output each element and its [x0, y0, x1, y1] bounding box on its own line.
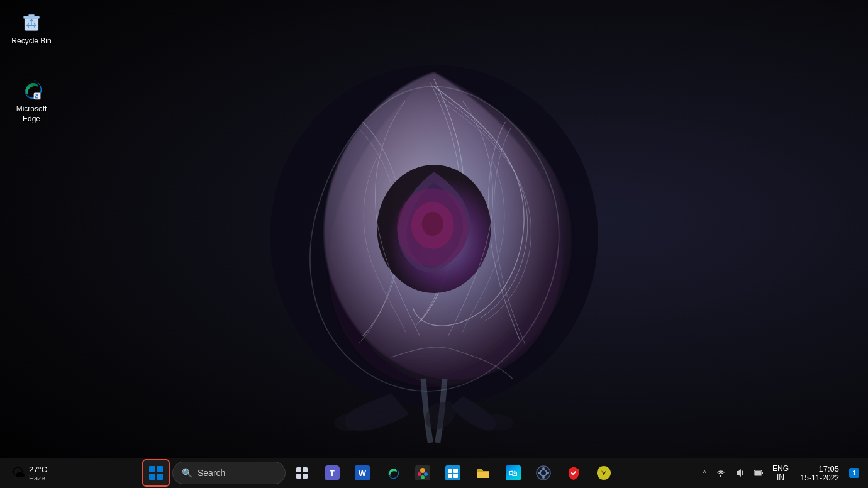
- battery-icon: [754, 468, 764, 478]
- desktop: Recycle Bin: [0, 0, 868, 488]
- microsoft-store-button[interactable]: 🛍: [499, 459, 527, 487]
- start-button[interactable]: [142, 459, 170, 487]
- gear-app-button[interactable]: [530, 459, 557, 487]
- edge-app-button[interactable]: [379, 459, 406, 487]
- windows-logo-icon: [149, 466, 163, 480]
- svg-point-1: [377, 165, 491, 293]
- tray-icon-battery[interactable]: [750, 464, 767, 482]
- weather-temperature: 27°C: [29, 465, 47, 474]
- paint-icon: [415, 465, 430, 480]
- task-view-icon: [295, 466, 309, 480]
- security-app-button[interactable]: [560, 459, 587, 487]
- svg-text:🛍: 🛍: [509, 468, 518, 478]
- mcafee-app-button[interactable]: [590, 459, 618, 487]
- svg-point-21: [420, 468, 425, 473]
- clock-widget[interactable]: 17:05 15-11-2022: [794, 463, 844, 484]
- chevron-up-icon: ^: [703, 470, 706, 477]
- svg-rect-27: [453, 469, 458, 473]
- weather-widget[interactable]: 🌤 27°C Haze: [5, 462, 62, 484]
- svg-rect-13: [303, 467, 308, 472]
- svg-rect-14: [296, 474, 301, 479]
- mcafee-icon: [596, 465, 611, 480]
- wallpaper: [0, 0, 868, 458]
- teams-app-button[interactable]: T: [318, 459, 346, 487]
- settings-app-button[interactable]: [439, 459, 467, 487]
- svg-text:1: 1: [852, 470, 856, 477]
- svg-point-0: [270, 65, 598, 407]
- svg-text:T: T: [330, 469, 335, 478]
- svg-rect-26: [448, 469, 452, 473]
- svg-point-36: [538, 472, 540, 474]
- tray-icon-network[interactable]: [712, 464, 730, 482]
- notification-icon: 1: [849, 468, 859, 478]
- microsoft-edge-image: [19, 77, 44, 102]
- language-top: ENG: [772, 464, 789, 473]
- teams-icon: T: [325, 465, 340, 480]
- svg-point-24: [421, 475, 425, 479]
- svg-rect-29: [453, 474, 458, 478]
- notification-button[interactable]: 1: [845, 464, 863, 482]
- file-explorer-icon: [476, 465, 491, 480]
- tray-icon-sound[interactable]: [731, 464, 748, 482]
- paint-app-button[interactable]: [409, 459, 437, 487]
- svg-rect-25: [445, 465, 460, 480]
- gear-app-icon: [536, 465, 551, 480]
- taskbar: 🌤 27°C Haze 🔍 Search: [0, 458, 868, 488]
- svg-point-37: [547, 472, 549, 474]
- edge-taskbar-icon: [385, 465, 400, 480]
- word-app-button[interactable]: W: [348, 459, 376, 487]
- network-icon: [716, 468, 726, 478]
- tray-expand-button[interactable]: ^: [698, 464, 711, 482]
- svg-point-4: [422, 212, 443, 236]
- word-icon: W: [355, 465, 370, 480]
- svg-rect-12: [296, 467, 301, 472]
- clock-time: 17:05: [818, 464, 839, 474]
- recycle-bin-label: Recycle Bin: [11, 36, 51, 47]
- svg-point-23: [424, 472, 428, 476]
- clock-date: 15-11-2022: [801, 474, 839, 482]
- svg-point-2: [397, 188, 468, 267]
- svg-rect-41: [755, 471, 761, 475]
- svg-text:W: W: [359, 469, 367, 478]
- system-tray: ^: [698, 463, 863, 484]
- microsoft-edge-icon[interactable]: Microsoft Edge: [6, 74, 57, 126]
- settings-icon: [445, 465, 460, 480]
- search-bar[interactable]: 🔍 Search: [172, 462, 286, 484]
- svg-point-35: [542, 476, 545, 479]
- sound-icon: [735, 468, 745, 478]
- task-view-button[interactable]: [288, 459, 316, 487]
- file-explorer-button[interactable]: [469, 459, 497, 487]
- security-icon: [566, 465, 581, 480]
- recycle-bin-image: [19, 9, 44, 34]
- language-bottom: IN: [777, 473, 784, 482]
- language-indicator[interactable]: ENG IN: [769, 463, 793, 483]
- store-icon: 🛍: [506, 465, 521, 480]
- microsoft-edge-label: Microsoft Edge: [9, 104, 54, 124]
- svg-point-22: [418, 472, 421, 476]
- taskbar-center: 🔍 Search T: [62, 459, 698, 487]
- weather-text: 27°C Haze: [29, 465, 47, 482]
- svg-rect-7: [29, 14, 35, 17]
- search-label: Search: [198, 468, 225, 478]
- svg-point-3: [411, 202, 454, 249]
- weather-icon: 🌤: [11, 465, 25, 481]
- svg-rect-28: [448, 474, 452, 478]
- recycle-bin-icon[interactable]: Recycle Bin: [6, 6, 57, 49]
- svg-rect-40: [762, 472, 763, 474]
- weather-description: Haze: [29, 474, 47, 482]
- svg-point-34: [542, 467, 545, 470]
- search-icon: 🔍: [182, 468, 192, 478]
- svg-rect-15: [303, 474, 308, 479]
